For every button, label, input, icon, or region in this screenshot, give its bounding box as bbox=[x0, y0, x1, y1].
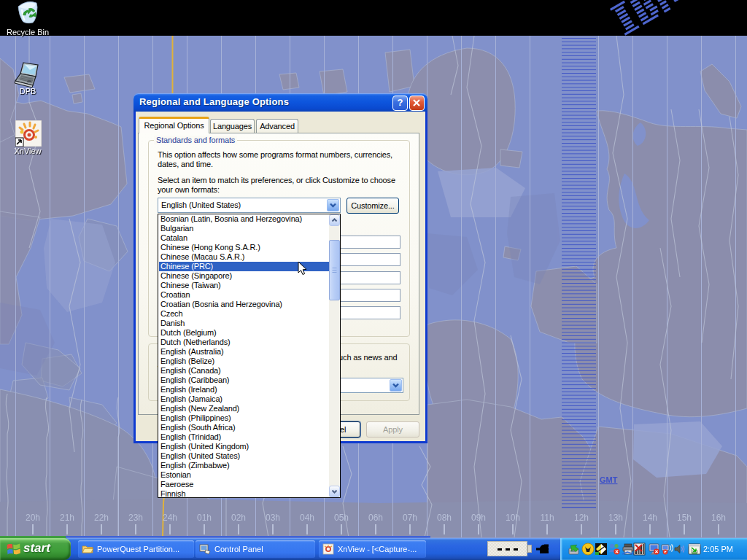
svg-text:03h: 03h bbox=[266, 513, 280, 523]
svg-text:10h: 10h bbox=[506, 513, 520, 523]
svg-text:07h: 07h bbox=[403, 513, 417, 523]
svg-text:04h: 04h bbox=[300, 513, 314, 523]
svg-text:20h: 20h bbox=[26, 513, 40, 523]
svg-text:09h: 09h bbox=[471, 513, 486, 523]
svg-text:06h: 06h bbox=[368, 513, 383, 523]
svg-text:GMT: GMT bbox=[600, 475, 618, 484]
svg-text:23h: 23h bbox=[128, 513, 143, 523]
svg-text:15h: 15h bbox=[677, 513, 692, 523]
svg-text:13h: 13h bbox=[608, 513, 623, 523]
svg-text:11h: 11h bbox=[540, 513, 554, 523]
svg-text:21h: 21h bbox=[60, 513, 74, 523]
svg-text:02h: 02h bbox=[231, 513, 246, 523]
svg-text:16h: 16h bbox=[711, 513, 726, 523]
svg-text:22h: 22h bbox=[94, 513, 109, 523]
svg-text:24h: 24h bbox=[163, 513, 177, 523]
svg-text:12h: 12h bbox=[574, 513, 589, 523]
svg-text:14h: 14h bbox=[643, 513, 657, 523]
svg-text:05h: 05h bbox=[334, 513, 349, 523]
svg-text:08h: 08h bbox=[437, 513, 452, 523]
svg-text:01h: 01h bbox=[197, 513, 212, 523]
